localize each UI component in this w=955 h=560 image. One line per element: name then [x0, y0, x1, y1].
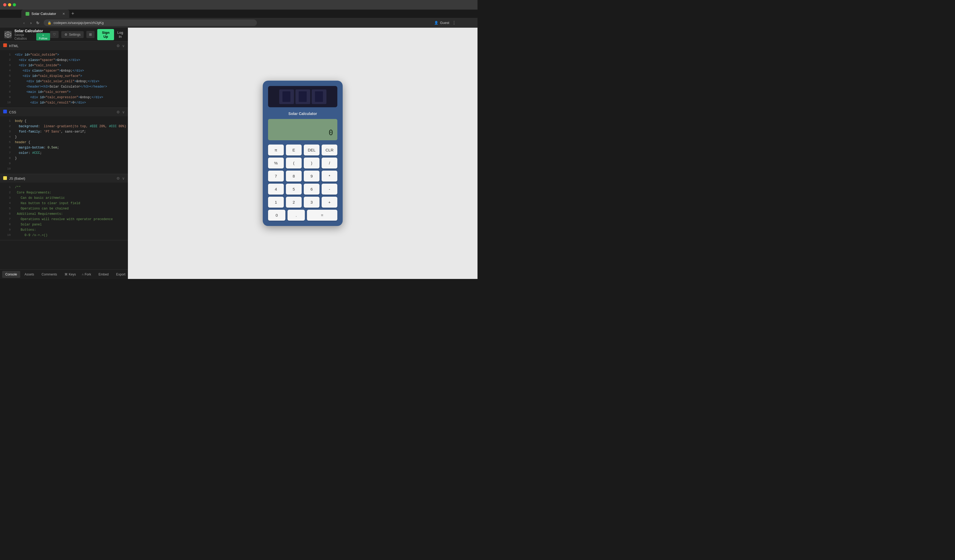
code-line: 4 }: [0, 134, 128, 140]
like-button[interactable]: ♡: [50, 31, 59, 38]
decimal-button[interactable]: .: [288, 210, 305, 221]
js-collapse-button[interactable]: ∨: [122, 176, 125, 181]
tab-favicon: [26, 12, 29, 16]
three-button[interactable]: 3: [304, 197, 319, 207]
css-label: CSS: [9, 110, 16, 114]
calc-title: Solar Calculator: [268, 112, 337, 116]
js-section-label: JS (Babel): [3, 176, 25, 181]
project-info: Solar Calculator Sassja Ceballos + Follo…: [4, 29, 50, 41]
layout-button[interactable]: ⊞: [86, 31, 95, 38]
code-line: 2 Core Requirements:: [0, 190, 128, 195]
pi-button[interactable]: π: [268, 145, 284, 156]
equals-button[interactable]: =: [307, 210, 337, 221]
forward-button[interactable]: ›: [28, 21, 34, 25]
console-tab[interactable]: Console: [2, 271, 20, 278]
del-button[interactable]: DEL: [304, 145, 319, 156]
embed-button[interactable]: Embed: [96, 271, 111, 277]
bottom-tabs: Console Assets Comments ⌘ Keys ⑃ Fork Em…: [0, 269, 128, 279]
signup-button[interactable]: Sign Up: [97, 29, 114, 40]
url-bar[interactable]: 🔒 codepen.io/sassjajc/pen/zNJgKg: [44, 19, 257, 26]
clr-button[interactable]: CLR: [322, 145, 337, 156]
five-button[interactable]: 5: [286, 184, 302, 195]
code-line: 2 <div class="spacer">&nbsp;</div>: [0, 58, 128, 63]
more-options-button[interactable]: ⋮: [452, 20, 456, 25]
code-line: 5 <div id="calc_display_surface">: [0, 73, 128, 79]
tab-close-button[interactable]: ✕: [63, 12, 65, 16]
css-collapse-button[interactable]: ∨: [122, 110, 125, 114]
tab-bar: Solar Calculator ✕ +: [0, 9, 478, 18]
calculator: Solar Calculator 0 π E DEL CLR % (: [263, 81, 343, 226]
browser-tab[interactable]: Solar Calculator ✕: [21, 9, 69, 18]
zero-button[interactable]: 0: [268, 210, 285, 221]
new-tab-button[interactable]: +: [69, 10, 77, 17]
guest-button[interactable]: 👤 Guest: [434, 21, 449, 25]
keys-tab[interactable]: ⌘ Keys: [61, 271, 79, 278]
maximize-button[interactable]: [13, 3, 16, 6]
code-line: 1 body {: [0, 119, 128, 124]
guest-label: Guest: [440, 21, 449, 25]
divide-button[interactable]: /: [322, 158, 337, 168]
solar-cell-2: [296, 89, 310, 104]
html-code-area[interactable]: 1 <div id="calc_outside"> 2 <div class="…: [0, 50, 128, 108]
svg-marker-3: [8, 34, 11, 37]
assets-tab[interactable]: Assets: [21, 271, 37, 278]
html-section: HTML ⚙ ∨ 1 <div id="calc_outside"> 2 <di…: [0, 42, 128, 108]
one-button[interactable]: 1: [268, 197, 284, 207]
preview-panel: Solar Calculator 0 π E DEL CLR % (: [128, 28, 478, 279]
seven-button[interactable]: 7: [268, 171, 284, 181]
js-icon: [3, 176, 7, 181]
html-collapse-button[interactable]: ∨: [122, 44, 125, 48]
six-button[interactable]: 6: [304, 184, 319, 195]
avatar-icon: 👤: [434, 21, 438, 25]
html-icon: [3, 44, 7, 48]
js-settings-button[interactable]: ⚙: [116, 176, 120, 181]
css-code-area[interactable]: 1 body { 2 background: linear-gradient(t…: [0, 116, 128, 174]
e-button[interactable]: E: [286, 145, 302, 156]
minimize-button[interactable]: [8, 3, 11, 6]
code-line: 6 <div id="calc_solar_cell">&nbsp;</div>: [0, 79, 128, 84]
percent-button[interactable]: %: [268, 158, 284, 168]
bottom-tab-right: ⑃ Fork Embed Export Share: [79, 271, 128, 277]
css-settings-button[interactable]: ⚙: [116, 110, 120, 114]
code-line: 10: [0, 166, 128, 172]
refresh-button[interactable]: ↻: [35, 21, 41, 25]
svg-marker-2: [8, 33, 11, 36]
eight-button[interactable]: 8: [286, 171, 302, 181]
open-paren-button[interactable]: (: [286, 158, 302, 168]
js-section-header: JS (Babel) ⚙ ∨: [0, 174, 128, 183]
follow-button[interactable]: + Follow: [36, 33, 50, 41]
fork-icon: ⑃: [82, 273, 84, 276]
header-actions: ♡ ⚙ Settings ⊞ Sign Up Log In: [50, 29, 124, 40]
code-line: 3 Can do basic arithmetic: [0, 195, 128, 201]
gear-icon: ⚙: [64, 33, 67, 36]
js-code-area[interactable]: 1 /** 2 Core Requirements: 3 Can do basi…: [0, 183, 128, 240]
close-paren-button[interactable]: ): [304, 158, 319, 168]
close-button[interactable]: [3, 3, 6, 6]
comments-tab[interactable]: Comments: [38, 271, 60, 278]
multiply-button[interactable]: *: [322, 171, 337, 181]
code-line: 1 /**: [0, 185, 128, 190]
four-button[interactable]: 4: [268, 184, 284, 195]
fork-button[interactable]: ⑃ Fork: [79, 271, 94, 277]
js-section: JS (Babel) ⚙ ∨ 1 /** 2 Core Requirements…: [0, 174, 128, 240]
code-line: 10 <div id="calc_result">0</div>: [0, 100, 128, 105]
nine-button[interactable]: 9: [304, 171, 319, 181]
browser-actions: 👤 Guest ⋮: [434, 20, 456, 25]
html-settings-button[interactable]: ⚙: [116, 44, 120, 48]
code-line: 2 background: linear-gradient(to top, #E…: [0, 124, 128, 129]
back-button[interactable]: ‹: [21, 21, 27, 25]
code-line: 9 Buttons:: [0, 227, 128, 232]
html-section-header: HTML ⚙ ∨: [0, 42, 128, 50]
settings-button[interactable]: ⚙ Settings: [61, 31, 84, 38]
export-button[interactable]: Export: [114, 271, 128, 277]
login-button[interactable]: Log In: [117, 31, 124, 39]
calc-row-2: % ( ) /: [268, 158, 337, 168]
subtract-button[interactable]: -: [322, 184, 337, 195]
calc-row-5: 1 2 3 +: [268, 197, 337, 207]
editor-panel: Solar Calculator Sassja Ceballos + Follo…: [0, 28, 128, 279]
two-button[interactable]: 2: [286, 197, 302, 207]
solar-cell-3: [312, 89, 326, 104]
code-line: 8 <main id="calc_screen">: [0, 89, 128, 95]
code-line: 6 Additional Requirements:: [0, 211, 128, 217]
add-button[interactable]: +: [322, 197, 337, 207]
